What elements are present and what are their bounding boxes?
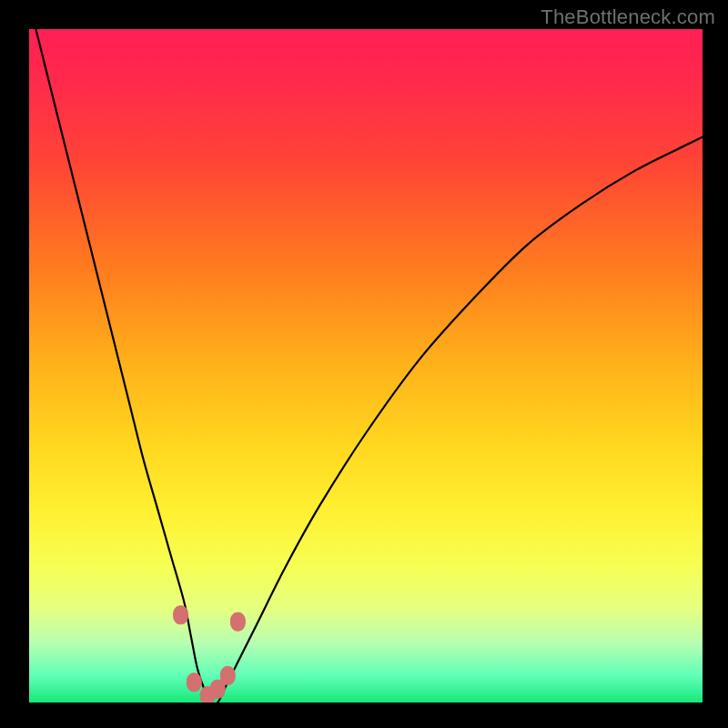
curve-markers [174, 606, 246, 703]
curve-marker [220, 666, 235, 684]
plot-area [29, 29, 703, 703]
curve-marker [230, 612, 245, 631]
bottleneck-curve [35, 29, 703, 703]
curve-layer [29, 29, 703, 703]
outer-frame: TheBottleneck.com [0, 0, 728, 728]
watermark-text: TheBottleneck.com [541, 5, 715, 29]
curve-marker [187, 673, 201, 692]
curve-marker [174, 606, 188, 624]
